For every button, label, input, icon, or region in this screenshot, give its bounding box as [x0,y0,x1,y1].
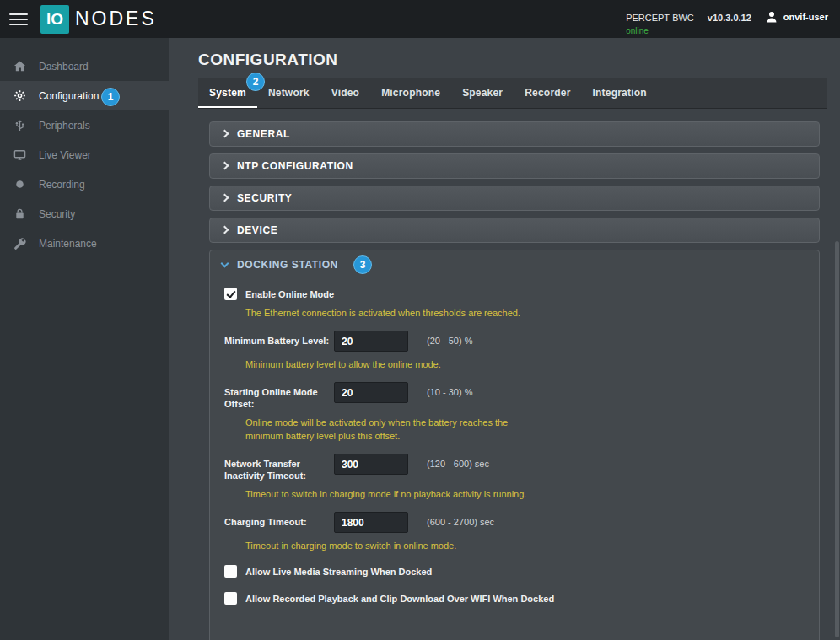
sidebar-item-peripherals[interactable]: Peripherals [0,110,169,140]
network-transfer-inactivity-timeout-input[interactable] [334,454,408,475]
minimum-battery-level-row: Minimum Battery Level: (20 - 50) % [224,331,819,352]
chevron-right-icon [221,130,229,138]
firmware-version: v10.3.0.12 [708,13,751,23]
field-label: Charging Timeout: [224,512,334,528]
section-security[interactable]: SECURITY [209,186,820,211]
sidebar-item-label: Dashboard [39,61,89,73]
enable-online-mode-row: Enable Online Mode [224,288,819,300]
allow-recorded-playback-row: Allow Recorded Playback and Clip Downloa… [224,592,819,605]
section-label: DEVICE [237,224,277,236]
device-name: PERCEPT-BWC [626,13,694,23]
page-title: CONFIGURATION [198,51,840,69]
usb-icon [13,119,26,132]
section-label: GENERAL [237,128,290,140]
allow-live-media-streaming-checkbox[interactable] [224,565,237,578]
checkbox-label: Enable Online Mode [245,289,334,299]
section-ntp-configuration[interactable]: NTP CONFIGURATION [209,153,820,179]
minimum-battery-level-input[interactable] [334,331,408,352]
record-icon [13,178,26,191]
sidebar-item-label: Maintenance [39,238,97,250]
tab-video[interactable]: Video [320,78,370,108]
tab-recorder[interactable]: Recorder [514,78,581,108]
section-label: NTP CONFIGURATION [237,160,353,172]
sidebar-item-label: Peripherals [39,120,90,132]
lock-icon [13,207,26,220]
gear-icon [13,89,26,102]
chevron-right-icon [221,162,229,170]
sidebar-item-dashboard[interactable]: Dashboard [0,51,169,81]
tab-microphone[interactable]: Microphone [370,78,451,108]
monitor-icon [13,148,26,161]
chevron-right-icon [221,194,229,202]
tab-speaker[interactable]: Speaker [451,78,514,108]
device-status: online [626,26,694,36]
section-label: DOCKING STATION [237,259,338,271]
charging-timeout-input[interactable] [334,512,408,533]
field-hint: Online mode will be activated only when … [245,416,545,443]
network-transfer-inactivity-timeout-row: Network Transfer Inactivity Timeout: (12… [224,454,819,481]
sidebar-item-label: Live Viewer [39,149,91,161]
section-device[interactable]: DEVICE [209,218,820,243]
sidebar: Dashboard Configuration Peripherals Live… [0,38,169,640]
section-general[interactable]: GENERAL [209,121,820,147]
user-icon [765,10,778,24]
user-menu[interactable]: onvif-user [765,10,828,24]
field-hint: The Ethernet connection is activated whe… [245,306,545,320]
sidebar-item-label: Security [39,208,75,220]
brand-name: NODES [75,8,157,30]
sidebar-item-label: Recording [39,179,85,191]
starting-online-mode-offset-input[interactable] [334,382,408,403]
allow-recorded-playback-checkbox[interactable] [224,592,237,605]
starting-online-mode-offset-row: Starting Online Mode Offset: (10 - 30) % [224,382,819,410]
field-range: (600 - 2700) sec [427,512,494,533]
charging-timeout-row: Charging Timeout: (600 - 2700) sec [224,512,819,533]
sidebar-item-configuration[interactable]: Configuration [0,81,169,110]
field-hint: Timeout in charging mode to switch in on… [245,539,545,552]
main-content: CONFIGURATION System Network Video Micro… [169,38,840,640]
tab-network[interactable]: Network [257,78,320,108]
field-range: (20 - 50) % [427,331,472,352]
menu-icon[interactable] [9,10,28,29]
section-docking-station[interactable]: DOCKING STATION [210,250,819,279]
section-label: SECURITY [237,192,292,204]
config-tabs: System Network Video Microphone Speaker … [198,78,827,109]
field-range: (10 - 30) % [427,382,472,403]
sidebar-item-security[interactable]: Security [0,199,169,229]
chevron-down-icon [221,260,229,268]
field-hint: Timeout to switch in charging mode if no… [245,487,545,501]
step-badge-3: 3 [353,255,372,274]
user-name: onvif-user [783,12,828,22]
top-bar: IO NODES PERCEPT-BWC online v10.3.0.12 o… [0,0,840,38]
wrench-icon [13,237,26,250]
field-hint: Minimum battery level to allow the onlin… [245,358,545,371]
chevron-right-icon [221,226,229,234]
device-block: PERCEPT-BWC online [626,13,694,36]
sidebar-item-maintenance[interactable]: Maintenance [0,229,169,258]
field-label: Starting Online Mode Offset: [224,382,334,410]
brand-logo: IO NODES [40,5,157,34]
field-label: Network Transfer Inactivity Timeout: [224,454,334,481]
io-logo-icon: IO [40,5,69,34]
vertical-scrollbar[interactable] [835,241,839,637]
allow-live-media-streaming-row: Allow Live Media Streaming When Docked [224,565,819,578]
checkbox-label: Allow Live Media Streaming When Docked [245,567,432,577]
checkbox-label: Allow Recorded Playback and Clip Downloa… [245,594,554,604]
sidebar-item-recording[interactable]: Recording [0,169,169,199]
step-badge-2: 2 [246,73,265,91]
field-range: (120 - 600) sec [427,454,489,475]
enable-online-mode-checkbox[interactable] [224,288,237,300]
step-badge-1: 1 [101,88,120,106]
field-label: Minimum Battery Level: [224,331,334,347]
home-icon [13,60,26,73]
sidebar-item-live-viewer[interactable]: Live Viewer [0,140,169,169]
tab-integration[interactable]: Integration [582,78,658,108]
sidebar-item-label: Configuration [39,90,99,102]
docking-station-panel: DOCKING STATION Enable Online Mode The E… [209,250,820,640]
